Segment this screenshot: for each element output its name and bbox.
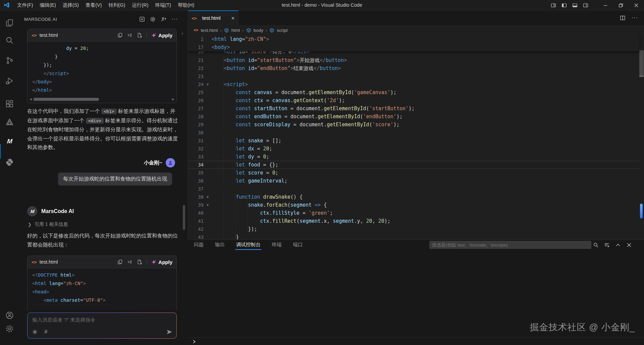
toggle-panel-icon[interactable] [572,3,578,8]
fold-chevron-icon[interactable]: ∨ [204,201,212,209]
menu-selection[interactable]: 选择(S) [59,0,82,10]
explorer-icon[interactable] [0,15,19,30]
panel-tab-ports[interactable]: 端口 [292,240,304,250]
new-chat-icon[interactable] [139,16,145,22]
apply-button[interactable]: Apply [151,259,172,265]
fold-gutter [204,51,212,56]
search-icon[interactable] [593,242,599,248]
insert-icon[interactable] [127,32,132,38]
run-debug-icon[interactable] [0,73,19,88]
menu-help[interactable]: 帮助(H) [174,0,198,10]
marscode-icon[interactable]: M [0,134,19,149]
debug-filter-input[interactable] [429,243,591,248]
panel-tab-output[interactable]: 输出 [214,240,225,250]
menu-file[interactable]: 文件(F) [14,0,37,10]
python-icon[interactable] [0,155,19,169]
debug-filter-box[interactable] [429,241,591,249]
code-editor[interactable]: 2<html lang="zh-CN">17<body> 20 <div id=… [188,35,644,239]
html-file-icon: <> [32,260,37,265]
line-number: 37 [188,185,204,193]
extension-icon[interactable] [0,115,19,129]
close-tab-icon[interactable]: ✕ [231,16,235,21]
account-icon[interactable] [0,308,19,323]
debug-console-input[interactable] [188,338,644,345]
fold-chevron-icon[interactable]: ∨ [204,80,212,88]
fold-gutter [204,72,212,80]
close-window-button[interactable] [629,0,644,10]
breadcrumb-item-file[interactable]: test.html [201,28,218,33]
more-actions-icon[interactable]: ··· [632,15,638,21]
clear-filter-icon[interactable] [604,242,610,248]
user-name: 小金刚~ [144,159,162,166]
panel-tab-debug-console[interactable]: 调试控制台 [235,240,261,250]
line-number: 32 [188,145,204,153]
editor-scrollbar[interactable] [639,35,644,239]
breadcrumb-item-body[interactable]: body [254,28,263,33]
divider [147,32,147,38]
fold-gutter [204,88,212,96]
skill-star-icon[interactable] [32,329,38,335]
copy-icon[interactable] [117,32,123,38]
menu-view[interactable]: 查看(V) [82,0,105,10]
source-control-icon[interactable] [0,53,19,68]
assistant-message-text: 在这个代码中，我们添加了一个 <h1> 标签来显示游戏标题，并在游戏界面中添加了… [27,107,178,152]
reference-toggle[interactable]: ❯ 引用 1 相关信息 [28,221,68,227]
editor-lines: 21 <button id="startButton">开始游戏</button… [188,56,639,239]
chat-scrollbar[interactable] [183,205,185,230]
code-line: 31 let snake = []; [188,137,639,145]
breadcrumb-item-html[interactable]: html [231,28,240,33]
fold-gutter [204,217,212,225]
send-icon[interactable] [166,329,172,335]
toggle-sidebar-icon[interactable] [561,3,567,8]
fold-gutter [204,121,212,129]
settings-gear-icon[interactable] [0,321,19,336]
feedback-user-icon[interactable] [161,16,166,22]
fold-gutter [204,35,212,43]
restore-button[interactable] [613,0,629,10]
customize-layout-icon[interactable] [551,3,556,8]
breadcrumb-item-script[interactable]: script [277,28,287,33]
menu-edit[interactable]: 编辑(E) [37,0,59,10]
menu-run[interactable]: 运行(R) [128,0,152,10]
fold-chevron-icon[interactable]: ∨ [204,193,212,201]
apply-button[interactable]: Apply [151,32,172,38]
fold-gutter [204,137,212,145]
marscode-scroll-indicator[interactable] [640,204,643,218]
close-panel-icon[interactable] [626,242,632,248]
menu-go[interactable]: 转到(G) [105,0,129,10]
panel-tab-terminal[interactable]: 终端 [271,240,282,250]
panel-tab-problems[interactable]: 问题 [193,240,204,250]
code-line: </body> [32,78,176,86]
breadcrumb-separator: › [242,28,244,33]
toggle-secondary-sidebar-icon[interactable] [583,3,588,8]
search-icon[interactable] [0,33,19,48]
code-block-filename: test.html [40,32,58,38]
chat-input-box[interactable]: 输入消息或者 "/" 来选择指令 # [27,313,177,339]
horizontal-scrollbar[interactable] [33,98,171,101]
extensions-icon[interactable] [0,96,19,111]
minimize-button[interactable] [598,0,613,10]
line-number: 21 [188,56,204,64]
hash-context-icon[interactable]: # [44,329,47,335]
code-line: 36 let gameInterval; [188,177,639,185]
chevron-up-icon[interactable] [615,242,621,248]
scrollbar-thumb[interactable] [639,50,644,77]
bottom-panel: 问题 输出 调试控制台 终端 端口 掘金技术社区 @ 小金刚_ [188,239,644,345]
settings-gear-icon[interactable] [150,16,156,22]
code-line: <html lang="zh-CN"> [32,279,176,288]
more-icon[interactable]: ··· [171,16,178,22]
split-editor-icon[interactable] [620,15,626,21]
new-file-icon[interactable] [137,259,142,265]
scrollbar-thumb[interactable] [34,98,99,101]
copy-icon[interactable] [117,259,123,265]
line-number: 25 [188,88,204,96]
scroll-left-arrow-icon[interactable]: ◀ [30,97,32,101]
menu-terminal[interactable]: 终端(T) [152,0,175,10]
tab-test-html[interactable]: <> test.html ✕ [188,10,238,25]
code-line: <head> [32,288,176,296]
line-number: 39 [188,201,204,209]
new-file-icon[interactable] [137,32,142,38]
insert-icon[interactable] [127,259,132,265]
scroll-right-arrow-icon[interactable]: ▶ [172,97,174,101]
scroll-up-arrow-icon[interactable]: ▲ [181,31,184,35]
